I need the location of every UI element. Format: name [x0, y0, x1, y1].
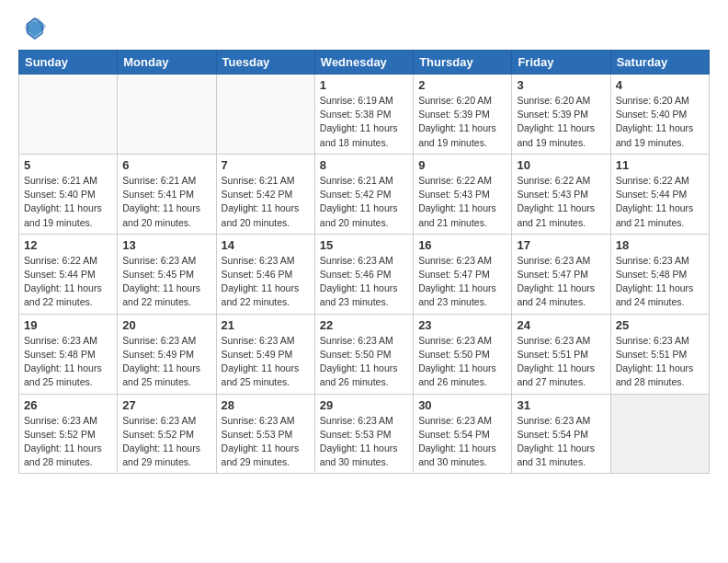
calendar-cell [19, 75, 118, 155]
day-info: Sunrise: 6:23 AM Sunset: 5:49 PM Dayligh… [222, 334, 310, 390]
day-info: Sunrise: 6:23 AM Sunset: 5:47 PM Dayligh… [418, 254, 506, 310]
day-info: Sunrise: 6:21 AM Sunset: 5:42 PM Dayligh… [222, 174, 310, 230]
calendar-cell: 31Sunrise: 6:23 AM Sunset: 5:54 PM Dayli… [512, 394, 610, 474]
calendar-cell [118, 75, 216, 155]
calendar-cell: 21Sunrise: 6:23 AM Sunset: 5:49 PM Dayli… [216, 314, 314, 394]
day-number: 21 [222, 318, 310, 332]
day-info: Sunrise: 6:20 AM Sunset: 5:40 PM Dayligh… [616, 94, 704, 150]
calendar-cell: 29Sunrise: 6:23 AM Sunset: 5:53 PM Dayli… [314, 394, 413, 474]
day-info: Sunrise: 6:23 AM Sunset: 5:49 PM Dayligh… [122, 334, 210, 390]
calendar-cell: 17Sunrise: 6:23 AM Sunset: 5:47 PM Dayli… [512, 234, 610, 314]
week-row-1: 5Sunrise: 6:21 AM Sunset: 5:40 PM Daylig… [19, 154, 710, 234]
day-number: 28 [222, 398, 310, 412]
calendar-cell: 10Sunrise: 6:22 AM Sunset: 5:43 PM Dayli… [512, 154, 610, 234]
calendar-cell [216, 75, 314, 155]
day-info: Sunrise: 6:21 AM Sunset: 5:42 PM Dayligh… [320, 174, 408, 230]
calendar-cell: 22Sunrise: 6:23 AM Sunset: 5:50 PM Dayli… [314, 314, 413, 394]
weekday-header-row: SundayMondayTuesdayWednesdayThursdayFrid… [19, 51, 710, 75]
calendar-cell: 27Sunrise: 6:23 AM Sunset: 5:52 PM Dayli… [118, 394, 216, 474]
day-info: Sunrise: 6:23 AM Sunset: 5:46 PM Dayligh… [320, 254, 408, 310]
day-number: 6 [122, 158, 210, 172]
logo [18, 15, 48, 40]
day-info: Sunrise: 6:23 AM Sunset: 5:46 PM Dayligh… [222, 254, 310, 310]
day-info: Sunrise: 6:20 AM Sunset: 5:39 PM Dayligh… [418, 94, 506, 150]
day-info: Sunrise: 6:23 AM Sunset: 5:48 PM Dayligh… [616, 254, 704, 310]
calendar-cell: 8Sunrise: 6:21 AM Sunset: 5:42 PM Daylig… [314, 154, 413, 234]
day-info: Sunrise: 6:22 AM Sunset: 5:43 PM Dayligh… [418, 174, 506, 230]
calendar-cell: 13Sunrise: 6:23 AM Sunset: 5:45 PM Dayli… [118, 234, 216, 314]
calendar-cell: 18Sunrise: 6:23 AM Sunset: 5:48 PM Dayli… [610, 234, 709, 314]
week-row-0: 1Sunrise: 6:19 AM Sunset: 5:38 PM Daylig… [19, 75, 710, 155]
calendar-cell: 23Sunrise: 6:23 AM Sunset: 5:50 PM Dayli… [414, 314, 512, 394]
day-number: 11 [616, 158, 704, 172]
calendar-cell: 3Sunrise: 6:20 AM Sunset: 5:39 PM Daylig… [512, 75, 610, 155]
calendar-cell: 28Sunrise: 6:23 AM Sunset: 5:53 PM Dayli… [216, 394, 314, 474]
day-info: Sunrise: 6:22 AM Sunset: 5:44 PM Dayligh… [24, 254, 112, 310]
weekday-sunday: Sunday [19, 51, 118, 75]
day-info: Sunrise: 6:23 AM Sunset: 5:53 PM Dayligh… [222, 414, 310, 470]
day-number: 16 [418, 238, 506, 252]
week-row-3: 19Sunrise: 6:23 AM Sunset: 5:48 PM Dayli… [19, 314, 710, 394]
page: SundayMondayTuesdayWednesdayThursdayFrid… [0, 0, 728, 488]
calendar-cell: 19Sunrise: 6:23 AM Sunset: 5:48 PM Dayli… [19, 314, 118, 394]
day-info: Sunrise: 6:23 AM Sunset: 5:52 PM Dayligh… [24, 414, 112, 470]
day-info: Sunrise: 6:22 AM Sunset: 5:43 PM Dayligh… [517, 174, 605, 230]
day-number: 30 [418, 398, 506, 412]
day-number: 31 [517, 398, 605, 412]
weekday-monday: Monday [118, 51, 216, 75]
day-info: Sunrise: 6:19 AM Sunset: 5:38 PM Dayligh… [320, 94, 408, 150]
calendar-cell: 24Sunrise: 6:23 AM Sunset: 5:51 PM Dayli… [512, 314, 610, 394]
day-number: 26 [24, 398, 112, 412]
day-info: Sunrise: 6:23 AM Sunset: 5:48 PM Dayligh… [24, 334, 112, 390]
weekday-tuesday: Tuesday [216, 51, 314, 75]
day-number: 12 [24, 238, 112, 252]
day-info: Sunrise: 6:20 AM Sunset: 5:39 PM Dayligh… [517, 94, 605, 150]
day-number: 7 [222, 158, 310, 172]
day-info: Sunrise: 6:22 AM Sunset: 5:44 PM Dayligh… [616, 174, 704, 230]
day-number: 5 [24, 158, 112, 172]
day-number: 19 [24, 318, 112, 332]
weekday-thursday: Thursday [414, 51, 512, 75]
day-number: 3 [517, 78, 605, 92]
calendar-cell: 25Sunrise: 6:23 AM Sunset: 5:51 PM Dayli… [610, 314, 709, 394]
calendar-cell: 12Sunrise: 6:22 AM Sunset: 5:44 PM Dayli… [19, 234, 118, 314]
day-number: 27 [122, 398, 210, 412]
calendar-cell: 9Sunrise: 6:22 AM Sunset: 5:43 PM Daylig… [414, 154, 512, 234]
day-info: Sunrise: 6:23 AM Sunset: 5:51 PM Dayligh… [517, 334, 605, 390]
day-info: Sunrise: 6:21 AM Sunset: 5:41 PM Dayligh… [122, 174, 210, 230]
day-number: 10 [517, 158, 605, 172]
calendar-cell: 11Sunrise: 6:22 AM Sunset: 5:44 PM Dayli… [610, 154, 709, 234]
day-number: 17 [517, 238, 605, 252]
weekday-wednesday: Wednesday [314, 51, 413, 75]
calendar-cell: 1Sunrise: 6:19 AM Sunset: 5:38 PM Daylig… [314, 75, 413, 155]
calendar-cell: 4Sunrise: 6:20 AM Sunset: 5:40 PM Daylig… [610, 75, 709, 155]
day-number: 24 [517, 318, 605, 332]
week-row-2: 12Sunrise: 6:22 AM Sunset: 5:44 PM Dayli… [19, 234, 710, 314]
logo-icon [22, 15, 48, 40]
day-number: 9 [418, 158, 506, 172]
day-info: Sunrise: 6:21 AM Sunset: 5:40 PM Dayligh… [24, 174, 112, 230]
day-info: Sunrise: 6:23 AM Sunset: 5:54 PM Dayligh… [418, 414, 506, 470]
day-number: 15 [320, 238, 408, 252]
day-number: 22 [320, 318, 408, 332]
day-number: 25 [616, 318, 704, 332]
day-info: Sunrise: 6:23 AM Sunset: 5:53 PM Dayligh… [320, 414, 408, 470]
day-info: Sunrise: 6:23 AM Sunset: 5:50 PM Dayligh… [418, 334, 506, 390]
header [18, 15, 710, 40]
day-number: 8 [320, 158, 408, 172]
day-number: 23 [418, 318, 506, 332]
calendar-table: SundayMondayTuesdayWednesdayThursdayFrid… [18, 50, 710, 474]
calendar-cell: 16Sunrise: 6:23 AM Sunset: 5:47 PM Dayli… [414, 234, 512, 314]
week-row-4: 26Sunrise: 6:23 AM Sunset: 5:52 PM Dayli… [19, 394, 710, 474]
calendar-cell: 7Sunrise: 6:21 AM Sunset: 5:42 PM Daylig… [216, 154, 314, 234]
calendar-cell: 2Sunrise: 6:20 AM Sunset: 5:39 PM Daylig… [414, 75, 512, 155]
day-info: Sunrise: 6:23 AM Sunset: 5:51 PM Dayligh… [616, 334, 704, 390]
day-number: 29 [320, 398, 408, 412]
calendar-cell: 6Sunrise: 6:21 AM Sunset: 5:41 PM Daylig… [118, 154, 216, 234]
calendar-cell: 26Sunrise: 6:23 AM Sunset: 5:52 PM Dayli… [19, 394, 118, 474]
day-info: Sunrise: 6:23 AM Sunset: 5:52 PM Dayligh… [122, 414, 210, 470]
day-info: Sunrise: 6:23 AM Sunset: 5:47 PM Dayligh… [517, 254, 605, 310]
day-number: 2 [418, 78, 506, 92]
day-number: 14 [222, 238, 310, 252]
calendar-cell: 15Sunrise: 6:23 AM Sunset: 5:46 PM Dayli… [314, 234, 413, 314]
